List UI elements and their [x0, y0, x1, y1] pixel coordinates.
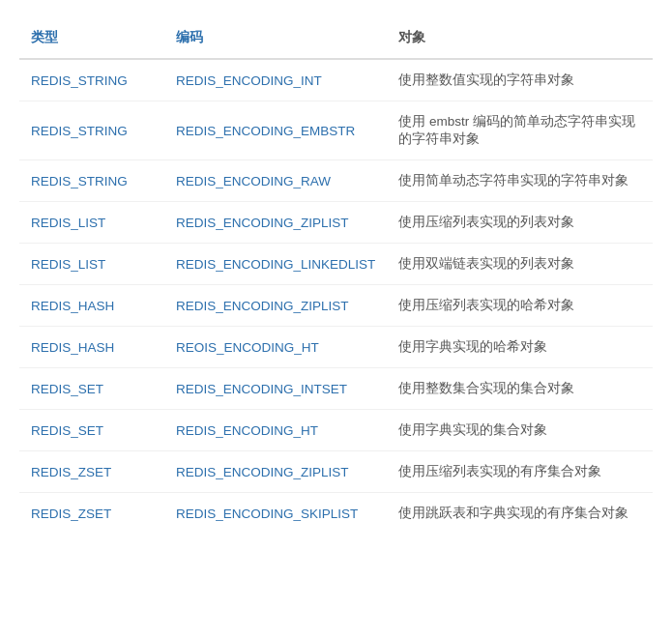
header-type: 类型	[19, 19, 164, 59]
cell-encoding: REDIS_ENCODING_ZIPLIST	[164, 202, 387, 244]
cell-encoding: REDIS_ENCODING_SKIPLIST	[164, 493, 387, 535]
cell-object: 使用双端链表实现的列表对象	[387, 244, 653, 285]
cell-encoding: REDIS_ENCODING_ZIPLIST	[164, 451, 387, 493]
table-row: REDIS_ZSETREDIS_ENCODING_SKIPLIST使用跳跃表和字…	[19, 493, 653, 535]
cell-object: 使用字典实现的哈希对象	[387, 327, 653, 368]
cell-type: REDIS_LIST	[19, 202, 164, 244]
cell-object: 使用字典实现的集合对象	[387, 410, 653, 451]
cell-encoding: REDIS_ENCODING_INTSET	[164, 368, 387, 410]
cell-object: 使用压缩列表实现的列表对象	[387, 202, 653, 244]
cell-encoding: REDIS_ENCODING_ZIPLIST	[164, 285, 387, 327]
cell-object: 使用跳跃表和字典实现的有序集合对象	[387, 493, 653, 535]
table-header-row: 类型 编码 对象	[19, 19, 653, 59]
redis-encoding-table: 类型 编码 对象 REDIS_STRINGREDIS_ENCODING_INT使…	[19, 19, 653, 534]
cell-object: 使用整数值实现的字符串对象	[387, 59, 653, 101]
main-table-container: 类型 编码 对象 REDIS_STRINGREDIS_ENCODING_INT使…	[19, 19, 653, 534]
cell-encoding: REDIS_ENCODING_EMBSTR	[164, 101, 387, 160]
cell-type: REDIS_STRING	[19, 101, 164, 160]
cell-type: REDIS_LIST	[19, 244, 164, 285]
table-row: REDIS_SETREDIS_ENCODING_INTSET使用整数集合实现的集…	[19, 368, 653, 410]
cell-type: REDIS_HASH	[19, 285, 164, 327]
cell-encoding: REOIS_ENCODING_HT	[164, 327, 387, 368]
table-row: REDIS_SETREDIS_ENCODING_HT使用字典实现的集合对象	[19, 410, 653, 451]
table-row: REDIS_HASHREOIS_ENCODING_HT使用字典实现的哈希对象	[19, 327, 653, 368]
cell-encoding: REDIS_ENCODING_INT	[164, 59, 387, 101]
cell-object: 使用 embstr 编码的简单动态字符串实现的字符串对象	[387, 101, 653, 160]
cell-object: 使用压缩列表实现的哈希对象	[387, 285, 653, 327]
cell-object: 使用整数集合实现的集合对象	[387, 368, 653, 410]
cell-object: 使用简单动态字符串实现的字符串对象	[387, 160, 653, 202]
table-row: REDIS_ZSETREDIS_ENCODING_ZIPLIST使用压缩列表实现…	[19, 451, 653, 493]
table-row: REDIS_STRINGREDIS_ENCODING_EMBSTR使用 embs…	[19, 101, 653, 160]
cell-object: 使用压缩列表实现的有序集合对象	[387, 451, 653, 493]
cell-type: REDIS_ZSET	[19, 451, 164, 493]
cell-type: REDIS_HASH	[19, 327, 164, 368]
cell-type: REDIS_SET	[19, 368, 164, 410]
cell-type: REDIS_STRING	[19, 59, 164, 101]
table-row: REDIS_STRINGREDIS_ENCODING_RAW使用简单动态字符串实…	[19, 160, 653, 202]
cell-encoding: REDIS_ENCODING_HT	[164, 410, 387, 451]
header-encoding: 编码	[164, 19, 387, 59]
cell-encoding: REDIS_ENCODING_RAW	[164, 160, 387, 202]
table-row: REDIS_HASHREDIS_ENCODING_ZIPLIST使用压缩列表实现…	[19, 285, 653, 327]
cell-type: REDIS_STRING	[19, 160, 164, 202]
cell-type: REDIS_ZSET	[19, 493, 164, 535]
table-row: REDIS_STRINGREDIS_ENCODING_INT使用整数值实现的字符…	[19, 59, 653, 101]
header-object: 对象	[387, 19, 653, 59]
table-row: REDIS_LISTREDIS_ENCODING_ZIPLIST使用压缩列表实现…	[19, 202, 653, 244]
cell-type: REDIS_SET	[19, 410, 164, 451]
cell-encoding: REDIS_ENCODING_LINKEDLIST	[164, 244, 387, 285]
table-row: REDIS_LISTREDIS_ENCODING_LINKEDLIST使用双端链…	[19, 244, 653, 285]
